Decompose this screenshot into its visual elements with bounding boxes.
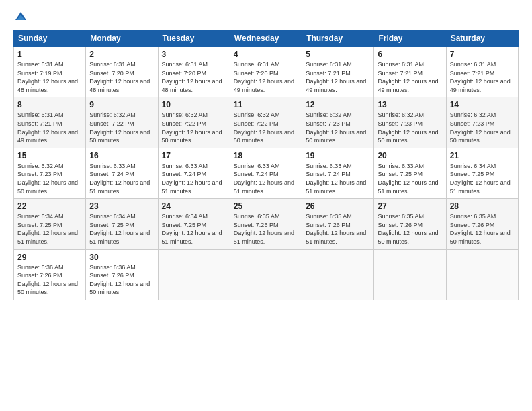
- header: [13, 11, 519, 23]
- day-number: 13: [378, 100, 442, 109]
- day-info: Sunrise: 6:33 AMSunset: 7:24 PMDaylight:…: [306, 162, 370, 195]
- day-info: Sunrise: 6:32 AMSunset: 7:23 PMDaylight:…: [378, 111, 442, 144]
- calendar-cell: 30Sunrise: 6:36 AMSunset: 7:26 PMDayligh…: [86, 249, 158, 300]
- day-info: Sunrise: 6:36 AMSunset: 7:26 PMDaylight:…: [17, 263, 82, 297]
- day-info: Sunrise: 6:32 AMSunset: 7:23 PMDaylight:…: [17, 162, 82, 195]
- day-info: Sunrise: 6:31 AMSunset: 7:21 PMDaylight:…: [378, 60, 442, 94]
- calendar-cell: 20Sunrise: 6:33 AMSunset: 7:25 PMDayligh…: [374, 148, 446, 198]
- day-number: 11: [234, 100, 298, 109]
- day-number: 4: [234, 50, 298, 59]
- calendar-cell: 27Sunrise: 6:35 AMSunset: 7:26 PMDayligh…: [374, 199, 446, 249]
- day-info: Sunrise: 6:35 AMSunset: 7:26 PMDaylight:…: [306, 212, 370, 246]
- day-number: 8: [17, 100, 82, 109]
- day-number: 17: [162, 151, 226, 161]
- calendar-cell: 4Sunrise: 6:31 AMSunset: 7:20 PMDaylight…: [230, 47, 302, 97]
- calendar-cell: 16Sunrise: 6:33 AMSunset: 7:24 PMDayligh…: [86, 148, 158, 198]
- day-number: 12: [306, 100, 370, 109]
- calendar-cell: 17Sunrise: 6:33 AMSunset: 7:24 PMDayligh…: [158, 148, 230, 198]
- calendar-cell: 5Sunrise: 6:31 AMSunset: 7:21 PMDaylight…: [302, 47, 374, 97]
- calendar-cell: 2Sunrise: 6:31 AMSunset: 7:20 PMDaylight…: [86, 47, 158, 97]
- day-info: Sunrise: 6:33 AMSunset: 7:24 PMDaylight:…: [89, 162, 154, 195]
- day-info: Sunrise: 6:33 AMSunset: 7:24 PMDaylight:…: [162, 162, 226, 195]
- day-number: 1: [17, 50, 82, 59]
- day-number: 24: [162, 201, 226, 211]
- day-number: 6: [378, 50, 442, 59]
- calendar-cell: 13Sunrise: 6:32 AMSunset: 7:23 PMDayligh…: [374, 97, 446, 148]
- day-info: Sunrise: 6:35 AMSunset: 7:26 PMDaylight:…: [378, 212, 442, 246]
- day-info: Sunrise: 6:31 AMSunset: 7:20 PMDaylight:…: [89, 60, 154, 94]
- logo: [13, 11, 28, 23]
- weekday-header: Friday: [374, 30, 446, 47]
- calendar-cell: 26Sunrise: 6:35 AMSunset: 7:26 PMDayligh…: [302, 199, 374, 249]
- day-info: Sunrise: 6:31 AMSunset: 7:20 PMDaylight:…: [234, 60, 298, 94]
- day-number: 22: [17, 201, 82, 211]
- day-info: Sunrise: 6:34 AMSunset: 7:25 PMDaylight:…: [450, 162, 515, 195]
- day-info: Sunrise: 6:36 AMSunset: 7:26 PMDaylight:…: [89, 263, 154, 297]
- calendar-cell: 3Sunrise: 6:31 AMSunset: 7:20 PMDaylight…: [158, 47, 230, 97]
- calendar-cell: 14Sunrise: 6:32 AMSunset: 7:23 PMDayligh…: [446, 97, 518, 148]
- day-info: Sunrise: 6:32 AMSunset: 7:22 PMDaylight:…: [162, 111, 226, 144]
- day-number: 28: [450, 201, 515, 211]
- calendar-cell: 12Sunrise: 6:32 AMSunset: 7:23 PMDayligh…: [302, 97, 374, 148]
- day-info: Sunrise: 6:31 AMSunset: 7:21 PMDaylight:…: [17, 111, 82, 144]
- weekday-header: Sunday: [14, 30, 86, 47]
- calendar-week-row: 8Sunrise: 6:31 AMSunset: 7:21 PMDaylight…: [14, 97, 519, 148]
- day-number: 27: [378, 201, 442, 211]
- day-info: Sunrise: 6:34 AMSunset: 7:25 PMDaylight:…: [17, 212, 82, 246]
- day-info: Sunrise: 6:31 AMSunset: 7:20 PMDaylight:…: [162, 60, 226, 94]
- calendar-table: SundayMondayTuesdayWednesdayThursdayFrid…: [13, 30, 519, 300]
- day-info: Sunrise: 6:32 AMSunset: 7:22 PMDaylight:…: [234, 111, 298, 144]
- calendar-cell: 6Sunrise: 6:31 AMSunset: 7:21 PMDaylight…: [374, 47, 446, 97]
- calendar-cell: [446, 249, 518, 300]
- calendar-header-row: SundayMondayTuesdayWednesdayThursdayFrid…: [14, 30, 519, 47]
- day-number: 5: [306, 50, 370, 59]
- day-number: 19: [306, 151, 370, 161]
- logo-icon: [14, 11, 28, 24]
- weekday-header: Monday: [86, 30, 158, 47]
- weekday-header: Wednesday: [230, 30, 302, 47]
- calendar-cell: [374, 249, 446, 300]
- calendar-cell: 24Sunrise: 6:34 AMSunset: 7:25 PMDayligh…: [158, 199, 230, 249]
- calendar-cell: 7Sunrise: 6:31 AMSunset: 7:21 PMDaylight…: [446, 47, 518, 97]
- calendar-cell: 21Sunrise: 6:34 AMSunset: 7:25 PMDayligh…: [446, 148, 518, 198]
- calendar-cell: [158, 249, 230, 300]
- day-number: 3: [162, 50, 226, 59]
- calendar-week-row: 15Sunrise: 6:32 AMSunset: 7:23 PMDayligh…: [14, 148, 519, 198]
- day-number: 26: [306, 201, 370, 211]
- weekday-header: Thursday: [302, 30, 374, 47]
- day-number: 7: [450, 50, 515, 59]
- calendar-cell: 25Sunrise: 6:35 AMSunset: 7:26 PMDayligh…: [230, 199, 302, 249]
- calendar-cell: 15Sunrise: 6:32 AMSunset: 7:23 PMDayligh…: [14, 148, 86, 198]
- day-number: 30: [89, 253, 154, 262]
- day-number: 25: [234, 201, 298, 211]
- day-number: 2: [89, 50, 154, 59]
- day-info: Sunrise: 6:32 AMSunset: 7:22 PMDaylight:…: [89, 111, 154, 144]
- calendar-week-row: 1Sunrise: 6:31 AMSunset: 7:19 PMDaylight…: [14, 47, 519, 97]
- calendar-cell: [302, 249, 374, 300]
- day-info: Sunrise: 6:31 AMSunset: 7:21 PMDaylight:…: [450, 60, 515, 94]
- day-number: 21: [450, 151, 515, 161]
- day-info: Sunrise: 6:32 AMSunset: 7:23 PMDaylight:…: [450, 111, 515, 144]
- day-number: 23: [89, 201, 154, 211]
- calendar-cell: 1Sunrise: 6:31 AMSunset: 7:19 PMDaylight…: [14, 47, 86, 97]
- day-info: Sunrise: 6:34 AMSunset: 7:25 PMDaylight:…: [162, 212, 226, 246]
- calendar-cell: 22Sunrise: 6:34 AMSunset: 7:25 PMDayligh…: [14, 199, 86, 249]
- day-info: Sunrise: 6:33 AMSunset: 7:25 PMDaylight:…: [378, 162, 442, 195]
- day-info: Sunrise: 6:32 AMSunset: 7:23 PMDaylight:…: [306, 111, 370, 144]
- day-number: 15: [17, 151, 82, 161]
- day-number: 18: [234, 151, 298, 161]
- weekday-header: Saturday: [446, 30, 518, 47]
- day-info: Sunrise: 6:33 AMSunset: 7:24 PMDaylight:…: [234, 162, 298, 195]
- calendar-cell: [230, 249, 302, 300]
- day-info: Sunrise: 6:35 AMSunset: 7:26 PMDaylight:…: [234, 212, 298, 246]
- day-info: Sunrise: 6:31 AMSunset: 7:19 PMDaylight:…: [17, 60, 82, 94]
- calendar-cell: 28Sunrise: 6:35 AMSunset: 7:26 PMDayligh…: [446, 199, 518, 249]
- calendar-cell: 9Sunrise: 6:32 AMSunset: 7:22 PMDaylight…: [86, 97, 158, 148]
- calendar-week-row: 22Sunrise: 6:34 AMSunset: 7:25 PMDayligh…: [14, 199, 519, 249]
- calendar-cell: 11Sunrise: 6:32 AMSunset: 7:22 PMDayligh…: [230, 97, 302, 148]
- calendar-cell: 8Sunrise: 6:31 AMSunset: 7:21 PMDaylight…: [14, 97, 86, 148]
- weekday-header: Tuesday: [158, 30, 230, 47]
- day-number: 16: [89, 151, 154, 161]
- calendar-week-row: 29Sunrise: 6:36 AMSunset: 7:26 PMDayligh…: [14, 249, 519, 300]
- day-number: 10: [162, 100, 226, 109]
